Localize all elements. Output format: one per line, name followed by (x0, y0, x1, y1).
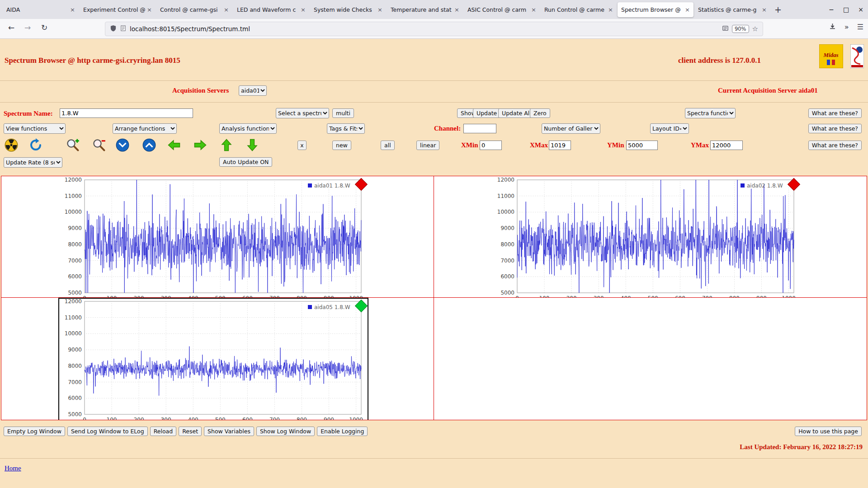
scale-up-icon[interactable] (142, 138, 156, 152)
tab-close-icon[interactable]: × (608, 6, 613, 13)
browser-tab[interactable]: Control @ carme-gsi× (156, 2, 232, 17)
ymax-input[interactable] (710, 141, 743, 150)
forward-icon[interactable]: → (22, 23, 33, 32)
spectrum-chart-aida01[interactable]: 5000600070008000900010000110001200001002… (59, 177, 368, 298)
what-are-these-button-1[interactable]: What are these? (808, 108, 862, 118)
browser-tab[interactable]: Temperature and stat× (387, 2, 463, 17)
view-functions-dropdown[interactable]: View functions (4, 123, 66, 134)
svg-text:12000: 12000 (497, 177, 514, 183)
tab-close-icon[interactable]: × (531, 6, 536, 13)
ymin-input[interactable] (626, 141, 658, 150)
svg-text:11000: 11000 (65, 193, 82, 199)
all-button[interactable]: all (381, 141, 395, 150)
log-control-button[interactable]: Show Variables (204, 427, 254, 436)
x-button[interactable]: x (297, 141, 307, 150)
tab-close-icon[interactable]: × (377, 6, 382, 13)
tab-close-icon[interactable]: × (147, 6, 152, 13)
shield-icon[interactable] (110, 25, 117, 33)
browser-tab[interactable]: Run Control @ carme× (541, 2, 617, 17)
auto-update-button[interactable]: Auto Update ON (219, 157, 272, 167)
minimize-icon[interactable]: − (829, 6, 834, 13)
svg-text:10000: 10000 (65, 330, 82, 337)
tab-close-icon[interactable]: × (224, 6, 229, 13)
log-control-button[interactable]: Send Log Window to ELog (67, 427, 148, 436)
xmax-input[interactable] (549, 141, 571, 150)
spectrum-name-input[interactable] (60, 108, 193, 118)
xmin-label: XMin (461, 141, 478, 149)
refresh-icon[interactable] (29, 138, 42, 152)
update-button[interactable]: Update (473, 108, 500, 118)
maximize-icon[interactable]: □ (843, 6, 849, 13)
select-spectrum-dropdown[interactable]: Select a spectrum (276, 108, 329, 118)
number-of-galleries-dropdown[interactable]: Number of Galleries (542, 123, 600, 134)
home-link[interactable]: Home (5, 465, 21, 472)
bookmark-star-icon[interactable]: ☆ (752, 25, 758, 33)
overflow-chevron-icon[interactable]: » (844, 23, 849, 32)
reader-icon[interactable] (722, 25, 729, 33)
channel-input[interactable] (463, 124, 496, 133)
spectra-functions-dropdown[interactable]: Spectra functions (685, 108, 736, 118)
arrow-down-icon[interactable] (245, 138, 259, 152)
menu-icon[interactable]: ☰ (857, 23, 863, 32)
page-icon[interactable] (120, 25, 127, 33)
new-button[interactable]: new (332, 141, 351, 150)
browser-tab[interactable]: AIDA× (3, 2, 79, 17)
linear-button[interactable]: linear (416, 141, 439, 150)
url-bar[interactable]: localhost:8015/Spectrum/Spectrum.tml 90%… (105, 22, 763, 36)
browser-tab[interactable]: ASIC Control @ carm× (464, 2, 540, 17)
back-icon[interactable]: ← (5, 23, 17, 32)
tab-close-icon[interactable]: × (70, 6, 75, 13)
log-control-button[interactable]: Reload (150, 427, 177, 436)
svg-text:12000: 12000 (65, 299, 82, 305)
url-text[interactable]: localhost:8015/Spectrum/Spectrum.tml (130, 25, 719, 33)
update-rate-dropdown[interactable]: Update Rate (8 secs) (4, 157, 62, 168)
radiation-icon[interactable] (5, 138, 18, 152)
svg-text:900: 900 (324, 417, 334, 420)
xmin-input[interactable] (480, 141, 502, 150)
tab-close-icon[interactable]: × (301, 6, 306, 13)
tcl-logo[interactable] (850, 44, 864, 68)
new-tab-icon[interactable]: + (771, 3, 785, 16)
browser-tab[interactable]: LED and Waveform c× (233, 2, 309, 17)
tab-close-icon[interactable]: × (762, 6, 767, 13)
multi-button[interactable]: multi (332, 108, 354, 118)
spectrum-chart-aida05[interactable]: 5000600070008000900010000110001200001002… (59, 299, 368, 420)
download-icon[interactable] (829, 23, 836, 32)
how-to-use-button[interactable]: How to use this page (795, 427, 862, 436)
analysis-functions-dropdown[interactable]: Analysis functions (219, 123, 277, 134)
acquisition-server-select[interactable]: aida01 (239, 85, 267, 96)
arrange-functions-dropdown[interactable]: Arrange functions (113, 123, 177, 134)
arrow-left-icon[interactable] (167, 138, 181, 152)
browser-tab[interactable]: Experiment Control @× (80, 2, 156, 17)
spectrum-chart-aida02[interactable]: 5000600070008000900010000110001200001002… (492, 177, 800, 298)
close-icon[interactable]: × (858, 6, 863, 13)
layout-id-dropdown[interactable]: Layout ID=7 (650, 123, 689, 134)
reload-icon[interactable]: ↻ (38, 23, 50, 32)
browser-chrome: AIDA×Experiment Control @×Control @ carm… (0, 0, 868, 39)
midas-logo[interactable]: Midas (819, 44, 843, 68)
tags-fits-dropdown[interactable]: Tags & Fits (327, 123, 365, 134)
scale-down-icon[interactable] (116, 138, 129, 152)
svg-text:500: 500 (215, 417, 226, 420)
zero-button[interactable]: Zero (530, 108, 550, 118)
arrow-up-icon[interactable] (220, 138, 233, 152)
zoom-level-badge[interactable]: 90% (732, 25, 749, 33)
what-are-these-button-3[interactable]: What are these? (808, 141, 862, 150)
tab-close-icon[interactable]: × (685, 6, 690, 13)
tab-close-icon[interactable]: × (454, 6, 459, 13)
what-are-these-button-2[interactable]: What are these? (808, 124, 862, 133)
zoom-in-icon[interactable] (66, 138, 80, 152)
log-control-button[interactable]: Enable Logging (317, 427, 368, 436)
arrow-right-icon[interactable] (193, 138, 207, 152)
svg-text:7000: 7000 (500, 258, 514, 264)
zoom-out-icon[interactable] (92, 138, 106, 152)
log-control-button[interactable]: Reset (179, 427, 202, 436)
log-control-button[interactable]: Empty Log Window (4, 427, 65, 436)
browser-tab[interactable]: Statistics @ carme-g× (694, 2, 770, 17)
ymin-label: YMin (607, 141, 624, 149)
update-all-button[interactable]: Update All (498, 108, 535, 118)
log-control-button[interactable]: Show Log Window (256, 427, 315, 436)
channel-label: Channel: (434, 125, 461, 132)
browser-tab[interactable]: System wide Checks× (310, 2, 386, 17)
browser-tab[interactable]: Spectrum Browser @× (618, 2, 693, 17)
